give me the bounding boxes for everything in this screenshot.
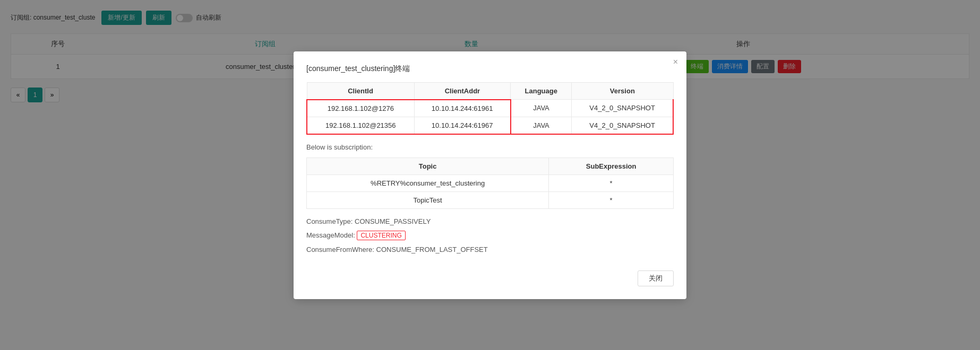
topic-2: TopicTest <box>307 191 549 208</box>
modal-dialog: × [consumer_test_clustering]终端 ClientId … <box>294 51 686 299</box>
topic-1: %RETRY%consumer_test_clustering <box>307 174 549 191</box>
sub-row-1: %RETRY%consumer_test_clustering * <box>307 174 674 191</box>
col-language: Language <box>511 82 572 100</box>
client-addr-2: 10.10.14.244:61967 <box>414 117 511 134</box>
subexpr-1: * <box>549 174 674 191</box>
subscription-table: Topic SubExpression %RETRY%consumer_test… <box>306 158 674 209</box>
client-ver-1: V4_2_0_SNAPSHOT <box>572 100 673 117</box>
consume-type-line: ConsumeType: CONSUME_PASSIVELY <box>306 217 674 225</box>
client-row-2: 192.168.1.102@21356 10.10.14.244:61967 J… <box>307 117 673 134</box>
message-model-value: CLUSTERING <box>357 231 405 240</box>
modal-footer: 关闭 <box>306 264 674 286</box>
client-id-2: 192.168.1.102@21356 <box>307 117 414 134</box>
sub-row-2: TopicTest * <box>307 191 674 208</box>
message-model-line: MessageModel: CLUSTERING <box>306 231 674 240</box>
col-subexpression: SubExpression <box>549 158 674 174</box>
modal-close-button[interactable]: × <box>673 58 678 66</box>
consume-from-where-value: CONSUME_FROM_LAST_OFFSET <box>376 246 488 253</box>
client-row-1: 192.168.1.102@1276 10.10.14.244:61961 JA… <box>307 100 673 117</box>
consume-from-where-label: ConsumeFromWhere: <box>306 246 374 253</box>
col-clientaddr: ClientAddr <box>414 82 511 100</box>
client-ver-2: V4_2_0_SNAPSHOT <box>572 117 673 134</box>
client-lang-2: JAVA <box>511 117 572 134</box>
modal-overlay: × [consumer_test_clustering]终端 ClientId … <box>0 0 980 350</box>
subexpr-2: * <box>549 191 674 208</box>
col-clientid: ClientId <box>307 82 414 100</box>
client-table: ClientId ClientAddr Language Version 192… <box>306 82 674 135</box>
consume-from-where-line: ConsumeFromWhere: CONSUME_FROM_LAST_OFFS… <box>306 246 674 253</box>
close-modal-button[interactable]: 关闭 <box>638 270 674 286</box>
modal-title: [consumer_test_clustering]终端 <box>306 64 674 74</box>
client-lang-1: JAVA <box>511 100 572 117</box>
message-model-label: MessageModel: <box>306 231 355 239</box>
subscription-label: Below is subscription: <box>306 143 674 151</box>
client-addr-1: 10.10.14.244:61961 <box>414 100 511 117</box>
col-topic: Topic <box>307 158 549 174</box>
consume-type-label: ConsumeType: <box>306 217 353 225</box>
col-version: Version <box>572 82 673 100</box>
client-id-1: 192.168.1.102@1276 <box>307 100 414 117</box>
consume-type-value: CONSUME_PASSIVELY <box>355 217 431 225</box>
